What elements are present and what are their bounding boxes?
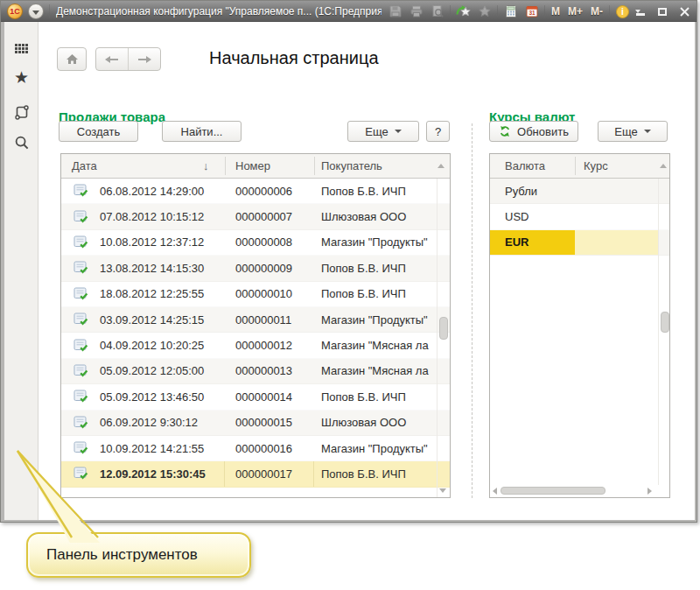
- app-logo-1c-icon: 1С: [7, 4, 23, 19]
- info-button[interactable]: i: [614, 4, 631, 19]
- sales-table-row[interactable]: 06.08.2012 14:29:00000000006Попов Б.В. И…: [61, 179, 450, 204]
- home-icon: [66, 53, 79, 65]
- history-nav-buttons: [95, 47, 161, 71]
- memory-m-plus-button[interactable]: M+: [566, 5, 584, 18]
- titlebar-separator: [450, 5, 451, 18]
- sales-table-row[interactable]: 03.09.2012 14:25:15000000011Магазин "Про…: [61, 307, 450, 333]
- create-button[interactable]: Создать: [59, 121, 138, 142]
- scroll-up-icon[interactable]: [660, 164, 667, 168]
- print-button[interactable]: [408, 4, 424, 19]
- add-to-favorites-button[interactable]: [455, 4, 472, 19]
- save-button[interactable]: [387, 4, 403, 19]
- sales-table-row[interactable]: 05.09.2012 13:46:50000000014Попов Б.В. И…: [61, 384, 450, 410]
- arrow-left-icon: [105, 55, 119, 64]
- close-button[interactable]: [679, 6, 690, 17]
- main-menu-button[interactable]: [28, 4, 44, 19]
- currency-vertical-scrollbar[interactable]: [658, 179, 670, 485]
- cell-date: 13.08.2012 14:15:30: [100, 256, 225, 280]
- back-button[interactable]: [96, 48, 128, 70]
- info-icon: i: [615, 4, 630, 19]
- favorites-star-icon: ★: [14, 69, 29, 86]
- titlebar: 1С Демонстрационная конфигурация "Управл…: [1, 1, 696, 22]
- maximize-button[interactable]: [657, 6, 668, 17]
- refresh-icon: [499, 125, 511, 137]
- column-header-currency[interactable]: Валюта: [505, 154, 545, 178]
- favorites-icon: [478, 4, 492, 18]
- window-controls: [635, 4, 690, 18]
- currency-table-row[interactable]: Рубли: [490, 179, 669, 204]
- print-preview-button[interactable]: [429, 4, 445, 19]
- currency-table-row[interactable]: EUR: [490, 230, 669, 256]
- history-button[interactable]: [9, 99, 34, 124]
- scroll-up-icon[interactable]: [438, 164, 444, 168]
- column-header-rate[interactable]: Курс: [584, 154, 608, 178]
- sales-table-row[interactable]: 10.08.2012 12:37:12000000008Магазин "Про…: [61, 230, 450, 256]
- calculator-button[interactable]: [502, 4, 519, 19]
- apps-grid-button[interactable]: [9, 36, 34, 61]
- currency-horizontal-scrollbar[interactable]: [490, 485, 669, 497]
- cell-buyer: Попов Б.В. ИЧП: [314, 384, 437, 409]
- home-button[interactable]: [57, 47, 87, 71]
- refresh-button[interactable]: Обновить: [489, 121, 578, 142]
- calendar-button[interactable]: 31: [523, 4, 540, 19]
- column-header-date[interactable]: Дата: [72, 154, 97, 178]
- sales-table-row[interactable]: 07.08.2012 10:15:12000000007Шлюзовая ООО: [61, 204, 450, 229]
- search-button[interactable]: [9, 130, 34, 155]
- save-icon: [388, 4, 402, 18]
- cell-currency: Рубли: [490, 179, 575, 203]
- document-posted-icon: [61, 359, 100, 383]
- cell-buyer: Попов Б.В. ИЧП: [314, 256, 437, 280]
- column-divider: [225, 157, 226, 175]
- column-divider: [314, 157, 315, 175]
- panel-splitter[interactable]: [472, 123, 472, 498]
- add-to-favorites-icon: [456, 4, 471, 18]
- sales-table-row[interactable]: 06.09.2012 9:30:12000000015Шлюзовая ООО: [61, 411, 450, 436]
- currency-table-row[interactable]: USD: [490, 204, 669, 229]
- minimize-icon: [636, 13, 645, 16]
- favorites-button[interactable]: [476, 4, 493, 19]
- close-icon: [680, 7, 690, 17]
- cell-date: 06.08.2012 14:29:00: [100, 179, 225, 203]
- scroll-right-icon[interactable]: [648, 488, 652, 495]
- column-divider: [575, 157, 576, 175]
- document-posted-icon: [61, 179, 100, 203]
- cell-date: 03.09.2012 14:25:15: [100, 307, 225, 332]
- chevron-down-icon: [32, 11, 39, 15]
- scroll-left-icon[interactable]: [493, 488, 497, 495]
- scroll-down-icon[interactable]: [439, 488, 446, 493]
- scrollbar-thumb[interactable]: [439, 317, 448, 340]
- window-title: Демонстрационная конфигурация "Управляем…: [56, 5, 382, 18]
- sales-table-row[interactable]: 18.08.2012 12:25:55000000010Попов Б.В. И…: [61, 282, 450, 307]
- currency-more-button[interactable]: Еще: [598, 121, 668, 142]
- cell-buyer: Попов Б.В. ИЧП: [314, 282, 437, 306]
- column-header-number[interactable]: Номер: [235, 154, 270, 178]
- sales-table-row[interactable]: 13.08.2012 14:15:30000000009Попов Б.В. И…: [61, 256, 450, 281]
- cell-buyer: Попов Б.В. ИЧП: [314, 461, 437, 486]
- cell-buyer: Магазин "Мясная ла: [314, 333, 437, 357]
- scrollbar-thumb[interactable]: [661, 312, 669, 333]
- cell-buyer: Попов Б.В. ИЧП: [314, 179, 437, 203]
- main-content: Начальная страница Продажи товара Создат…: [39, 22, 695, 520]
- cell-date: 18.08.2012 12:25:55: [100, 282, 225, 306]
- cell-buyer: Магазин "Продукты": [314, 436, 437, 460]
- minimize-button[interactable]: [635, 6, 646, 17]
- svg-text:31: 31: [528, 10, 536, 16]
- currency-table-header: Валюта Курс: [490, 154, 669, 179]
- forward-button[interactable]: [129, 48, 160, 70]
- sales-table-row[interactable]: 05.09.2012 12:05:00000000013Магазин "Мяс…: [61, 359, 450, 384]
- cell-date: 05.09.2012 12:05:00: [100, 359, 225, 383]
- memory-m-button[interactable]: M: [550, 5, 562, 18]
- callout-pointer: [9, 443, 122, 550]
- sales-table-row[interactable]: 04.09.2012 10:20:25000000012Магазин "Мяс…: [61, 333, 450, 358]
- sales-vertical-scrollbar[interactable]: [437, 179, 450, 497]
- cell-number: 000000008: [225, 230, 314, 255]
- scrollbar-thumb[interactable]: [500, 487, 606, 495]
- document-posted-icon: [61, 333, 100, 357]
- memory-m-minus-button[interactable]: M-: [589, 5, 605, 18]
- favorites-button[interactable]: ★: [9, 65, 34, 90]
- sales-more-button[interactable]: Еще: [347, 121, 419, 142]
- help-button[interactable]: ?: [426, 121, 450, 142]
- find-button[interactable]: Найти...: [162, 121, 242, 142]
- column-header-buyer[interactable]: Покупатель: [321, 154, 382, 178]
- cell-number: 000000010: [225, 282, 314, 306]
